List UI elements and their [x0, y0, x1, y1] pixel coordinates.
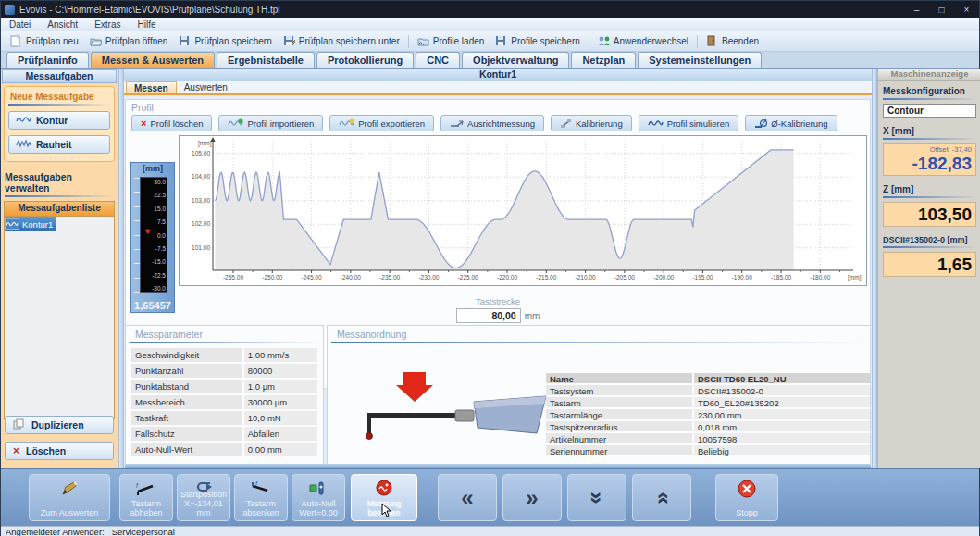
wave-export-icon	[339, 118, 354, 128]
toolbar-exit[interactable]: Beenden	[701, 33, 764, 49]
profil-importieren-button[interactable]: Profil importieren	[218, 115, 323, 131]
button-label: Kontur	[36, 115, 68, 126]
table-row: Messbereich30000 µm	[131, 395, 317, 409]
toolbar-profile-save[interactable]: Profile speichern	[490, 33, 585, 49]
toolbar-label: Prüfplan speichern	[194, 36, 271, 46]
tab-ergebnistabelle[interactable]: Ergebnistabelle	[217, 52, 315, 68]
tab-objektverwaltung[interactable]: Objektverwaltung	[462, 52, 569, 68]
chevrons-left-icon: «	[461, 493, 473, 503]
tastarm-abheben-button[interactable]: fTastarmabheben	[119, 474, 173, 521]
toolbar-user-switch[interactable]: Anwenderwechsel	[592, 33, 694, 49]
row-value: 230,00 mm	[694, 409, 870, 419]
red-x-icon: ×	[141, 119, 146, 128]
close-button[interactable]: ×	[954, 1, 979, 18]
row-label: Messbereich	[131, 395, 242, 409]
gauge-tick	[134, 292, 140, 293]
new-rauheit-button[interactable]: Rauheit	[8, 135, 110, 154]
svg-text:-240,00: -240,00	[341, 274, 361, 280]
row-label: Tastspitzenradius	[546, 421, 692, 431]
probe-value-box: 1,65	[883, 252, 976, 277]
tab-protokollierung[interactable]: Protokollierung	[316, 52, 414, 68]
gauge-bar: 30.022.515.07.50.0-7.5-15.0-22.5-30.0▼	[140, 177, 167, 293]
profil-l-schen-button[interactable]: ×Profil löschen	[131, 115, 212, 131]
table-row: Auto-Null-Wert0,00 mm	[131, 443, 317, 456]
chevrons-up-icon: »	[655, 493, 667, 503]
zum-auswerten-button[interactable]: Zum Auswerten	[29, 474, 110, 521]
tab-systemeinstellungen[interactable]: Systemeinstellungen	[638, 52, 762, 68]
step-down-button[interactable]: »	[567, 474, 626, 521]
auto-null-icon	[292, 480, 344, 496]
button-label: Ausrichtmessung	[467, 118, 535, 129]
svg-text:-180,00: -180,00	[810, 274, 830, 280]
doc-new-icon	[10, 35, 22, 47]
toolbar-label: Prüfplan neu	[26, 36, 79, 46]
row-value: DSCII TD60 EL20_NU	[694, 373, 870, 383]
taststrecke-input[interactable]: 80,00	[456, 308, 521, 323]
gauge-tick	[134, 235, 140, 236]
toolbar-profile-load[interactable]: Profile laden	[412, 33, 490, 49]
messung-beenden-button[interactable]: Messungbeenden	[351, 474, 417, 521]
gauge-unit-label: [mm]	[131, 163, 174, 175]
toolbar-label: Prüfplan öffnen	[105, 36, 168, 46]
ausrichtmessung-button[interactable]: Ausrichtmessung	[440, 115, 544, 131]
step-left-button[interactable]: «	[438, 474, 497, 521]
maximize-button[interactable]: □	[929, 1, 954, 18]
auto-null-button[interactable]: Auto-NullWert=0.00	[292, 474, 345, 521]
loschen-button[interactable]: ×Löschen	[5, 442, 114, 460]
kalibrierung-button[interactable]: Kalibrierung	[551, 115, 632, 131]
tastarm-absenken-button[interactable]: fTastarmabsenken	[234, 474, 288, 521]
x-value: -182,83	[887, 154, 972, 173]
menu-item-extras[interactable]: Extras	[86, 19, 129, 30]
center-pane: Kontur1 MessenAuswerten Profil ×Profil l…	[124, 69, 872, 468]
minimize-button[interactable]: –	[904, 1, 929, 18]
startposition-button[interactable]: StartpositionX=-134,01 mm	[177, 474, 230, 521]
z-axis-label: Z [mm]	[883, 184, 976, 198]
subtab-auswerten[interactable]: Auswerten	[177, 81, 235, 93]
profile-chart[interactable]: 101,00102,00103,00104,00105,00-255,00-25…	[179, 135, 867, 286]
manage-title: Messaufgaben verwalten	[5, 171, 114, 197]
main-tab-bar: PrüfplaninfoMessen & AuswertenErgebnista…	[1, 52, 979, 69]
toolbar-save-as[interactable]: Prüfplan speichern unter	[278, 33, 405, 49]
svg-text:102,00: 102,00	[192, 220, 210, 227]
row-label: Tastarmlänge	[546, 409, 692, 419]
profil-simulieren-button[interactable]: Profil simulieren	[639, 115, 739, 131]
profile-save-icon	[495, 35, 507, 47]
-kalibrierung-button[interactable]: Ø-Kalibrierung	[745, 115, 837, 131]
new-kontur-button[interactable]: Kontur	[8, 111, 110, 130]
wave-rough-icon	[16, 139, 31, 150]
list-item-kontur1[interactable]: Kontur1	[5, 217, 56, 231]
measure-end-icon	[352, 480, 416, 496]
row-label: Punktanzahl	[131, 364, 242, 378]
profil-exportieren-button[interactable]: Profil exportieren	[329, 115, 434, 131]
row-value: 10057598	[694, 433, 870, 443]
sidebar-header: Messaufgaben	[2, 69, 117, 83]
x-value-box: Offset: -37,40 -182,83	[883, 143, 976, 176]
menu-item-ansicht[interactable]: Ansicht	[39, 19, 86, 30]
menu-item-hilfe[interactable]: Hilfe	[130, 19, 165, 30]
toolbar-save[interactable]: Prüfplan speichern	[173, 33, 277, 49]
duplizieren-button[interactable]: Duplizieren	[5, 416, 114, 434]
messaufgaben-list-body[interactable]: Kontur1	[5, 216, 114, 418]
tab-netzplan[interactable]: Netzplan	[571, 52, 636, 68]
subtab-messen[interactable]: Messen	[126, 81, 177, 93]
tab-messen-auswerten[interactable]: Messen & Auswerten	[91, 52, 215, 68]
taststrecke-unit: mm	[525, 311, 540, 321]
button-label: Kalibrierung	[576, 118, 623, 129]
red-down-arrow	[396, 372, 433, 402]
stopp-button[interactable]: Stopp	[715, 474, 778, 521]
svg-text:-245,00: -245,00	[302, 274, 322, 280]
tab-pr-fplaninfo[interactable]: Prüfplaninfo	[6, 52, 89, 68]
tab-cnc[interactable]: CNC	[416, 52, 460, 68]
x-offset: Offset: -37,40	[887, 146, 972, 154]
toolbar-doc-new[interactable]: Prüfplan neu	[5, 33, 84, 49]
gauge-tick-label: 0.0	[157, 231, 166, 238]
gauge-tick-label: 7.5	[157, 218, 166, 225]
messkonfiguration-select[interactable]: Contour	[883, 104, 976, 118]
menu-item-datei[interactable]: Datei	[1, 19, 39, 30]
button-label: abheben	[130, 508, 162, 517]
step-right-button[interactable]: »	[502, 474, 562, 521]
step-up-button[interactable]: »	[632, 474, 691, 521]
toolbar-doc-open[interactable]: Prüfplan öffnen	[84, 33, 174, 49]
save-icon	[179, 35, 191, 47]
toolbar-label: Prüfplan speichern unter	[299, 36, 400, 46]
